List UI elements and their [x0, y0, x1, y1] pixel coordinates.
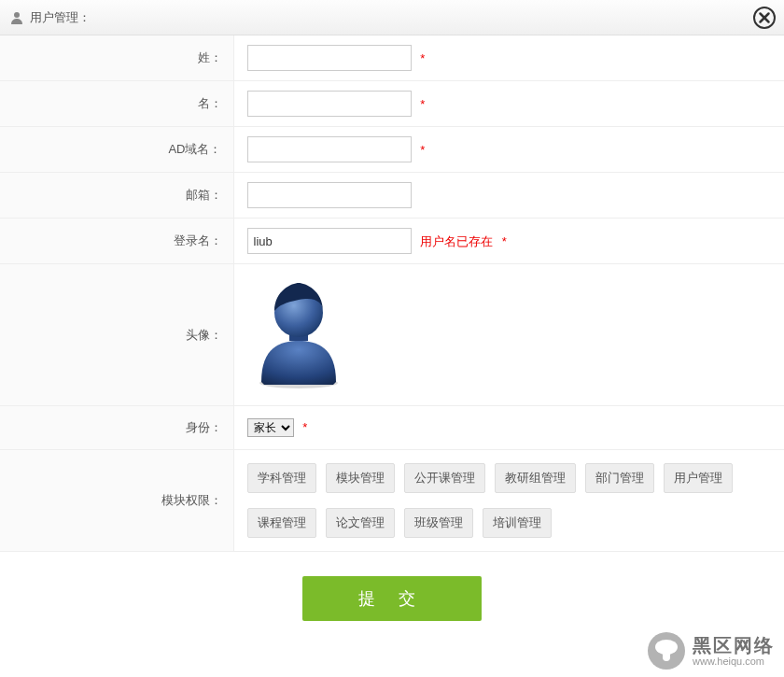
- avatar-image[interactable]: [247, 274, 772, 396]
- required-star: *: [302, 420, 307, 434]
- watermark-cn: 黑区网络: [693, 635, 775, 656]
- label-email: 邮箱：: [0, 173, 233, 219]
- perm-chip[interactable]: 学科管理: [247, 463, 316, 493]
- ad-domain-input[interactable]: [247, 136, 412, 162]
- perm-chip[interactable]: 课程管理: [247, 508, 316, 538]
- close-button[interactable]: [752, 6, 777, 30]
- perm-chip[interactable]: 班级管理: [404, 508, 473, 538]
- perm-chip[interactable]: 培训管理: [483, 508, 552, 538]
- login-input[interactable]: [247, 228, 412, 254]
- user-form: 姓： * 名： * AD域名： * 邮箱： 登录名： 用户名已存在 *: [0, 35, 784, 552]
- label-permissions: 模块权限：: [0, 450, 233, 552]
- row-given-name: 名： *: [0, 81, 784, 127]
- role-select[interactable]: 家长: [247, 418, 294, 437]
- submit-button[interactable]: 提 交: [302, 576, 481, 621]
- required-star: *: [420, 97, 425, 111]
- email-input[interactable]: [247, 182, 412, 208]
- svg-point-0: [14, 12, 20, 18]
- surname-input[interactable]: [247, 45, 412, 71]
- dialog-title: 用户管理：: [30, 9, 91, 26]
- perm-chip[interactable]: 用户管理: [664, 463, 733, 493]
- dialog-header: 用户管理：: [0, 0, 784, 35]
- row-permissions: 模块权限： 学科管理 模块管理 公开课管理 教研组管理 部门管理 用户管理 课程…: [0, 450, 784, 552]
- perm-chip[interactable]: 部门管理: [585, 463, 654, 493]
- login-error: 用户名已存在: [420, 234, 493, 248]
- row-avatar: 头像：: [0, 264, 784, 406]
- row-role: 身份： 家长 *: [0, 406, 784, 450]
- label-ad-domain: AD域名：: [0, 127, 233, 173]
- watermark: 黑区网络 www.heiqu.com: [648, 632, 775, 670]
- label-surname: 姓：: [0, 35, 233, 81]
- perm-row-1: 学科管理 模块管理 公开课管理 教研组管理 部门管理 用户管理: [247, 459, 772, 497]
- perm-row-2: 课程管理 论文管理 班级管理 培训管理: [247, 504, 772, 542]
- required-star: *: [502, 234, 507, 248]
- perm-chip[interactable]: 教研组管理: [495, 463, 576, 493]
- perm-chip[interactable]: 公开课管理: [404, 463, 485, 493]
- mushroom-icon: [648, 632, 685, 670]
- row-ad-domain: AD域名： *: [0, 127, 784, 173]
- row-surname: 姓： *: [0, 35, 784, 81]
- submit-area: 提 交: [0, 552, 784, 645]
- row-email: 邮箱：: [0, 173, 784, 219]
- required-star: *: [420, 143, 425, 157]
- required-star: *: [420, 51, 425, 65]
- user-icon: [9, 10, 24, 25]
- label-given-name: 名：: [0, 81, 233, 127]
- given-name-input[interactable]: [247, 91, 412, 117]
- label-role: 身份：: [0, 406, 233, 450]
- label-avatar: 头像：: [0, 264, 233, 406]
- row-login: 登录名： 用户名已存在 *: [0, 219, 784, 264]
- perm-chip[interactable]: 模块管理: [326, 463, 395, 493]
- perm-chip[interactable]: 论文管理: [326, 508, 395, 538]
- svg-rect-8: [663, 650, 670, 661]
- watermark-en: www.heiqu.com: [693, 656, 775, 667]
- label-login: 登录名：: [0, 219, 233, 264]
